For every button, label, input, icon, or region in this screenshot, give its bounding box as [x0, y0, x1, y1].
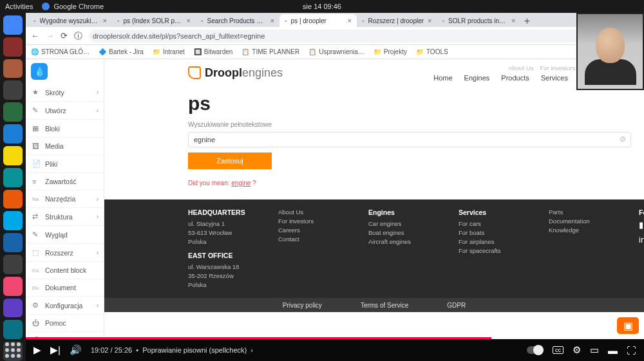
sidebar-logo-icon[interactable]: 💧 [31, 63, 48, 80]
tab-close-icon[interactable]: × [348, 17, 352, 24]
search-input[interactable] [188, 132, 631, 147]
browser-tab[interactable]: ◦ps (Index SOLR products× [112, 14, 196, 27]
reload-icon[interactable]: ⟳ [61, 31, 68, 41]
utility-nav-item[interactable]: About Us [508, 64, 533, 71]
dock-app-3[interactable] [3, 80, 23, 100]
tab-close-icon[interactable]: × [511, 17, 515, 24]
sidebar-item[interactable]: CoContent block [26, 262, 104, 279]
apply-button[interactable]: Zastosuj [188, 153, 272, 169]
sidebar-item[interactable]: ▦Bloki [26, 120, 104, 138]
bookmark-item[interactable]: 🔷Bartek - Jira [99, 48, 144, 55]
sidebar-item[interactable]: ⬚Rozszerz› [26, 244, 104, 262]
sidebar-item[interactable]: ⏻Pomoc [26, 315, 104, 332]
dock-app-11[interactable] [3, 255, 23, 274]
bookmark-item[interactable]: 📁Intranet [153, 48, 185, 55]
dock-app-2[interactable] [3, 59, 23, 79]
chapter-title[interactable]: Poprawianie pisowni (spellcheck) [142, 346, 247, 354]
sidebar-item[interactable]: 📄Pliki [26, 155, 104, 173]
footer-link[interactable]: For cars [459, 220, 523, 227]
bookmark-item[interactable]: 📋Usprawnienia… [308, 48, 365, 55]
play-icon[interactable]: ▶ [33, 344, 41, 356]
bookmark-item[interactable]: 📁Projekty [374, 48, 407, 55]
subfooter-link[interactable]: Terms of Service [361, 302, 408, 309]
sidebar-item[interactable]: DoDokument [26, 279, 104, 297]
footer-link[interactable]: For airplanes [459, 238, 523, 245]
footer-link[interactable]: Knowledge [549, 227, 613, 234]
footer-link[interactable]: For investors [278, 218, 343, 225]
clear-input-icon[interactable]: ⊘ [620, 134, 626, 143]
dock-app-12[interactable] [3, 277, 23, 296]
browser-tab[interactable]: ◦ps | droopler× [279, 14, 357, 27]
sidebar-item[interactable]: ⇄Struktura› [26, 208, 104, 226]
theater-icon[interactable]: ▬ [608, 345, 618, 356]
sidebar-item[interactable]: ⚙Konfiguracja› [26, 297, 104, 315]
captions-button[interactable]: cc [553, 346, 564, 354]
tab-close-icon[interactable]: × [270, 17, 274, 24]
footer-link[interactable]: Careers [278, 227, 343, 234]
sidebar-item[interactable]: ★Skróty› [26, 84, 104, 102]
subfooter-link[interactable]: Privacy policy [283, 302, 322, 309]
cast-overlay-icon[interactable]: ▣ [617, 317, 639, 334]
main-nav-item[interactable]: Engines [464, 74, 490, 82]
new-tab-button[interactable]: + [521, 15, 534, 27]
tab-close-icon[interactable]: × [428, 17, 431, 24]
show-applications-button[interactable] [3, 342, 23, 358]
bookmark-item[interactable]: 🔲Bitwarden [194, 48, 232, 55]
bookmark-item[interactable]: 📋TIME PLANNER [242, 48, 299, 55]
sidebar-item[interactable]: ✎Wygląd [26, 226, 104, 244]
footer-link[interactable]: For spacecrafts [459, 247, 523, 254]
browser-tab[interactable]: ◦Wygodne wyszukiwanie× [28, 14, 112, 27]
main-nav-item[interactable]: Products [501, 74, 529, 82]
site-info-icon[interactable]: ⓘ [74, 30, 82, 42]
dock-app-8[interactable] [3, 190, 23, 209]
browser-tab[interactable]: ◦SOLR products index | d× [437, 14, 521, 27]
bookmark-item[interactable]: 📁TOOLS [416, 48, 448, 55]
activities-label[interactable]: Activities [5, 3, 33, 10]
active-app[interactable]: Google Chrome [42, 3, 104, 10]
dock-app-1[interactable] [3, 37, 23, 57]
site-logo[interactable]: Drooplengines [188, 66, 283, 80]
linkedin-icon[interactable]: in [639, 235, 644, 245]
dock-app-14[interactable] [3, 320, 23, 339]
footer-link[interactable]: For boats [459, 229, 523, 236]
dock-app-7[interactable] [3, 168, 23, 187]
settings-gear-icon[interactable]: ⚙ [573, 344, 581, 356]
fullscreen-icon[interactable]: ⛶ [627, 345, 636, 356]
dock-app-10[interactable] [3, 233, 23, 252]
browser-tab[interactable]: ◦Search Products SOLR× [196, 14, 279, 27]
sidebar-item[interactable]: ≡Zawartość [26, 173, 104, 190]
main-nav-item[interactable]: Services [541, 74, 568, 82]
utility-nav-item[interactable]: For investors [540, 64, 576, 71]
sidebar-item[interactable]: 🖼Media [26, 138, 104, 155]
footer-link[interactable]: Contact [278, 236, 343, 243]
dock-app-0[interactable] [3, 15, 23, 35]
miniplayer-icon[interactable]: ▭ [590, 344, 599, 356]
dock-app-6[interactable] [3, 146, 23, 165]
sidebar-item[interactable]: ✎Utwórz› [26, 102, 104, 120]
dock-app-13[interactable] [3, 299, 23, 318]
back-icon[interactable]: ← [31, 31, 39, 41]
footer-link[interactable]: About Us [278, 208, 343, 216]
forward-icon[interactable]: → [46, 31, 54, 41]
footer-link[interactable]: Boat engines [368, 229, 433, 236]
autoplay-toggle[interactable] [527, 346, 544, 354]
dock-app-5[interactable] [3, 124, 23, 143]
footer-link[interactable]: Parts [549, 208, 613, 216]
tab-close-icon[interactable]: × [103, 17, 107, 24]
browser-tab[interactable]: ◦Rozszerz | droopler× [357, 14, 437, 27]
main-nav-item[interactable]: Home [433, 74, 452, 82]
dock-app-9[interactable] [3, 211, 23, 230]
tab-close-icon[interactable]: × [187, 17, 191, 24]
footer-link[interactable]: Aircraft engines [368, 238, 433, 245]
footer-link[interactable]: Car engines [368, 220, 433, 227]
facebook-icon[interactable]: ▮ [639, 220, 643, 230]
volume-icon[interactable]: 🔊 [70, 344, 82, 356]
next-icon[interactable]: ▶| [50, 344, 61, 356]
footer-link[interactable]: Documentation [549, 218, 613, 225]
subfooter-link[interactable]: GDPR [447, 302, 466, 309]
bookmark-item[interactable]: 🌐STRONA GŁÓ… [31, 48, 90, 55]
did-you-mean-link[interactable]: engine [231, 180, 251, 187]
chapter-chevron-icon[interactable]: › [249, 346, 253, 354]
address-bar[interactable] [89, 30, 581, 42]
sidebar-item[interactable]: NaNarzędzia› [26, 190, 104, 208]
